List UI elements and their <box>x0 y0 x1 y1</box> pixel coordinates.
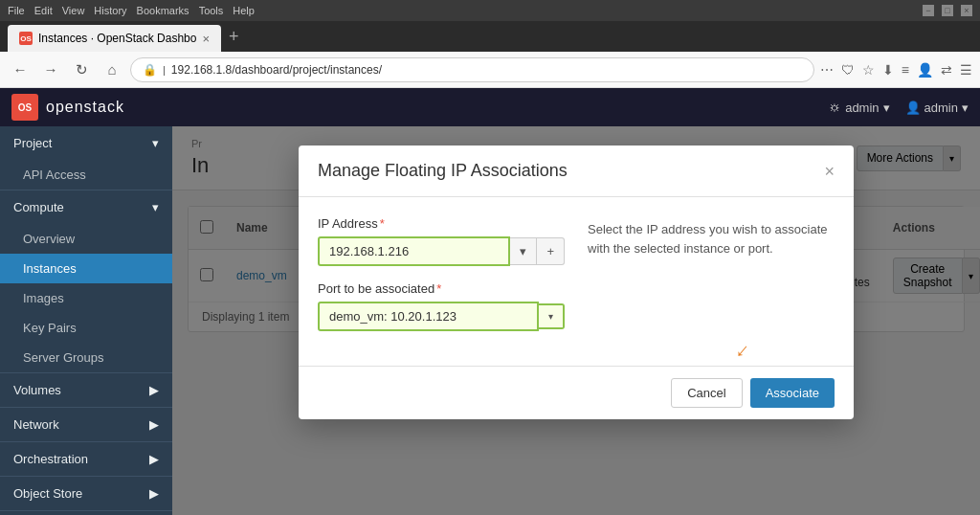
port-group: Port to be associated * demo_vm: 10.20.1… <box>318 281 565 331</box>
nav-right: ⛭ admin ▾ 👤 admin ▾ <box>829 101 969 115</box>
download-icon[interactable]: ⬇ <box>882 62 894 78</box>
content-area: Project ▾ API Access Compute ▾ Overview … <box>0 126 980 515</box>
sidebar-item-api-access[interactable]: API Access <box>0 160 172 190</box>
browser-titlebar: File Edit View History Bookmarks Tools H… <box>0 0 980 21</box>
sidebar-project-section: Project ▾ API Access <box>0 126 172 190</box>
close-btn[interactable]: × <box>961 5 972 16</box>
menu-icon[interactable]: ☰ <box>960 62 972 78</box>
brand-logo: OS openstack <box>11 94 124 121</box>
home-button[interactable]: ⌂ <box>100 57 124 82</box>
brand-name: openstack <box>46 99 124 116</box>
toolbar-icons: ⋯ 🛡 ☆ ⬇ ≡ 👤 ⇄ ☰ <box>820 62 972 78</box>
sidebar-item-overview[interactable]: Overview <box>0 224 172 254</box>
sidebar-volumes-header[interactable]: Volumes ▶ <box>0 373 172 407</box>
modal-close-button[interactable]: × <box>824 163 835 180</box>
modal-footer: ↓ Cancel Associate <box>299 366 854 419</box>
sidebar-item-images[interactable]: Images <box>0 283 172 313</box>
admin-top-menu[interactable]: ⛭ admin ▾ <box>829 101 889 115</box>
sidebar-object-store-header[interactable]: Object Store ▶ <box>0 477 172 510</box>
reload-button[interactable]: ↻ <box>69 57 94 82</box>
tab-favicon: OS <box>19 32 33 45</box>
browser-tabbar: OS Instances · OpenStack Dashbo × + <box>0 21 980 52</box>
port-input-group: demo_vm: 10.20.1.123 ▾ <box>318 302 565 331</box>
maximize-btn[interactable]: □ <box>942 5 953 16</box>
ip-input-group: 192.168.1.216 ▾ + <box>318 236 565 266</box>
menu-file[interactable]: File <box>8 5 25 16</box>
user-top-menu[interactable]: 👤 admin ▾ <box>905 101 969 115</box>
back-button[interactable]: ← <box>8 57 33 82</box>
menu-help[interactable]: Help <box>233 5 255 16</box>
sidebar-admin-section: Admin ▶ <box>0 511 172 515</box>
reading-mode-icon[interactable]: ≡ <box>902 62 909 78</box>
modal-left: IP Address * 192.168.1.216 ▾ + <box>318 216 565 347</box>
sidebar-volumes-section: Volumes ▶ <box>0 373 172 408</box>
ip-dropdown-btn[interactable]: ▾ <box>510 237 537 265</box>
browser-menu: File Edit View History Bookmarks Tools H… <box>8 5 255 16</box>
sidebar-orchestration-header[interactable]: Orchestration ▶ <box>0 442 172 476</box>
sidebar-item-instances[interactable]: Instances <box>0 254 172 283</box>
window-controls: − □ × <box>923 5 972 16</box>
modal-header: Manage Floating IP Associations × <box>299 146 854 197</box>
ip-address-label: IP Address * <box>318 216 565 231</box>
extensions-icon[interactable]: ⋯ <box>820 62 834 78</box>
modal-description: Select the IP address you wish to associ… <box>588 216 835 347</box>
cancel-button[interactable]: Cancel <box>671 378 742 408</box>
menu-bookmarks[interactable]: Bookmarks <box>137 5 189 16</box>
port-label: Port to be associated * <box>318 281 565 296</box>
menu-edit[interactable]: Edit <box>34 5 53 16</box>
menu-tools[interactable]: Tools <box>199 5 224 16</box>
app-container: OS openstack ⛭ admin ▾ 👤 admin ▾ Project <box>0 88 980 515</box>
sidebar-object-store-section: Object Store ▶ <box>0 477 172 511</box>
address-bar[interactable]: 🔒 | 192.168.1.8/dashboard/project/instan… <box>130 57 814 82</box>
logo-icon: OS <box>11 94 38 121</box>
tab-close-btn[interactable]: × <box>202 32 210 46</box>
top-navbar: OS openstack ⛭ admin ▾ 👤 admin ▾ <box>0 88 980 126</box>
menu-view[interactable]: View <box>62 5 85 16</box>
sync-icon[interactable]: ⇄ <box>941 62 952 78</box>
sidebar-network-header[interactable]: Network ▶ <box>0 408 172 441</box>
new-tab-btn[interactable]: + <box>221 27 247 47</box>
sidebar-admin-header[interactable]: Admin ▶ <box>0 511 172 515</box>
port-required-star: * <box>436 281 441 296</box>
ip-required-star: * <box>380 216 385 231</box>
forward-button[interactable]: → <box>38 57 63 82</box>
sidebar-compute-header[interactable]: Compute ▾ <box>0 190 172 224</box>
sidebar-item-server-groups[interactable]: Server Groups <box>0 343 172 372</box>
modal-overlay: Manage Floating IP Associations × IP Add… <box>172 126 980 515</box>
browser-toolbar: ← → ↻ ⌂ 🔒 | 192.168.1.8/dashboard/projec… <box>0 52 980 88</box>
sidebar-project-header[interactable]: Project ▾ <box>0 126 172 160</box>
minimize-btn[interactable]: − <box>923 5 934 16</box>
bookmark-star-icon[interactable]: ☆ <box>862 62 875 78</box>
url-text: 192.168.1.8/dashboard/project/instances/ <box>171 63 802 77</box>
ip-address-group: IP Address * 192.168.1.216 ▾ + <box>318 216 565 266</box>
sidebar-item-key-pairs[interactable]: Key Pairs <box>0 313 172 343</box>
main-content: Pr In 🗑 Delete Instances More Actions ▾ <box>172 126 980 515</box>
sidebar: Project ▾ API Access Compute ▾ Overview … <box>0 126 172 515</box>
associate-button[interactable]: Associate <box>750 378 835 408</box>
modal-body: IP Address * 192.168.1.216 ▾ + <box>299 197 854 366</box>
active-tab[interactable]: OS Instances · OpenStack Dashbo × <box>8 25 221 52</box>
profile-icon[interactable]: 👤 <box>917 62 933 78</box>
ip-address-select[interactable]: 192.168.1.216 <box>318 236 510 266</box>
tab-title: Instances · OpenStack Dashbo <box>38 32 196 45</box>
port-select[interactable]: demo_vm: 10.20.1.123 <box>318 302 539 331</box>
port-dropdown-btn[interactable]: ▾ <box>539 303 565 329</box>
ip-add-btn[interactable]: + <box>537 237 565 265</box>
sidebar-network-section: Network ▶ <box>0 408 172 442</box>
floating-ip-modal: Manage Floating IP Associations × IP Add… <box>299 146 854 419</box>
menu-history[interactable]: History <box>94 5 126 16</box>
sidebar-orchestration-section: Orchestration ▶ <box>0 442 172 477</box>
shield-icon[interactable]: 🛡 <box>841 62 855 78</box>
sidebar-compute-section: Compute ▾ Overview Instances Images Key … <box>0 190 172 373</box>
modal-title: Manage Floating IP Associations <box>318 161 568 181</box>
